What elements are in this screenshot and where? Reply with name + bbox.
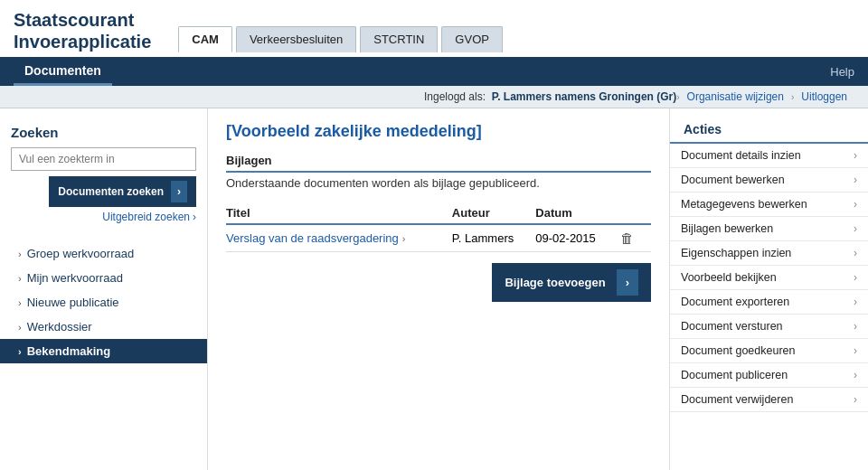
actie-arrow-6: ›	[854, 296, 857, 308]
table-row: Verslag van de raadsvergadering ›P. Lamm…	[226, 224, 651, 252]
sidebar-item-werkdossier[interactable]: ›Werkdossier	[0, 315, 207, 339]
content-area: [Voorbeeld zakelijke mededeling] Bijlage…	[208, 108, 669, 470]
actie-label-7: Document versturen	[681, 320, 783, 333]
userbar-links: › Organisatie wijzigen › Uitloggen	[676, 90, 854, 103]
actie-arrow-0: ›	[854, 149, 857, 162]
advanced-search-link[interactable]: Uitgebreid zoeken ›	[11, 211, 196, 223]
actie-item-0[interactable]: Document details inzien›	[670, 144, 868, 168]
col-datum: Datum	[535, 202, 617, 224]
actie-label-8: Document goedkeuren	[681, 344, 795, 357]
bijlage-btn-label: Bijlage toevoegen	[505, 276, 605, 289]
actie-item-10[interactable]: Document verwijderen›	[670, 388, 868, 412]
actie-item-6[interactable]: Document exporteren›	[670, 290, 868, 315]
main-layout: Zoeken Documenten zoeken › Uitgebreid zo…	[0, 108, 868, 470]
actie-label-6: Document exporteren	[681, 296, 789, 308]
actie-item-4[interactable]: Eigenschappen inzien›	[670, 241, 868, 266]
advanced-search-row: Uitgebreid zoeken ›	[11, 211, 196, 223]
col-title: Titel	[226, 202, 452, 224]
table-cell-auteur: P. Lammers	[452, 224, 535, 252]
actie-arrow-4: ›	[854, 247, 857, 259]
actie-label-5: Voorbeeld bekijken	[681, 271, 777, 284]
nav-tab-cam[interactable]: CAM	[178, 26, 232, 52]
delete-attachment-button[interactable]: 🗑	[617, 230, 637, 246]
nav-tab-stcrtin[interactable]: STCRTIN	[360, 26, 438, 52]
actie-item-1[interactable]: Document bewerken›	[670, 168, 868, 193]
sidebar-nav: ›Groep werkvoorraad›Mijn werkvoorraad›Ni…	[0, 241, 207, 363]
add-bijlage-row: Bijlage toevoegen ›	[226, 263, 651, 302]
search-button[interactable]: Documenten zoeken ›	[49, 176, 196, 207]
logged-in-user: P. Lammers namens Groningen (Gr)	[492, 90, 677, 103]
sidebar-label-nieuwe: Nieuwe publicatie	[27, 296, 119, 309]
col-actions	[617, 202, 651, 224]
adv-search-arrow: ›	[193, 211, 196, 223]
sidebar-label-bekendmaking: Bekendmaking	[27, 344, 110, 358]
acties-list: Document details inzien›Document bewerke…	[670, 144, 868, 412]
nav-tab-gvop[interactable]: GVOP	[441, 26, 503, 52]
actie-label-4: Eigenschappen inzien	[681, 247, 791, 259]
actie-item-3[interactable]: Bijlagen bewerken›	[670, 217, 868, 241]
acties-panel: Acties Document details inzien›Document …	[669, 108, 868, 470]
sidebar-arrow-bekendmaking: ›	[18, 346, 22, 357]
nav-tab-verkeerbesluiten[interactable]: Verkeersbesluiten	[236, 26, 356, 52]
actie-label-0: Document details inzien	[681, 149, 801, 162]
adv-search-label: Uitgebreid zoeken	[102, 211, 190, 223]
page-title: [Voorbeeld zakelijke mededeling]	[226, 122, 651, 141]
actie-arrow-8: ›	[854, 344, 857, 357]
sidebar-item-mijn[interactable]: ›Mijn werkvoorraad	[0, 266, 207, 290]
search-button-label: Documenten zoeken	[58, 185, 164, 198]
sidebar-arrow-nieuwe: ›	[18, 297, 22, 308]
sidebar-item-nieuwe[interactable]: ›Nieuwe publicatie	[0, 290, 207, 315]
search-arrow-icon: ›	[171, 181, 187, 202]
sidebar-label-mijn: Mijn werkvoorraad	[27, 271, 123, 285]
bijlagen-label: Bijlagen	[226, 154, 651, 173]
sidebar-arrow-werkdossier: ›	[18, 322, 22, 333]
uitloggen-link[interactable]: Uitloggen	[794, 90, 854, 103]
bijlagen-desc: Onderstaande documenten worden als bijla…	[226, 176, 651, 190]
actie-label-3: Bijlagen bewerken	[681, 222, 773, 235]
sidebar-arrow-groep: ›	[18, 249, 22, 259]
topbar-help[interactable]: Help	[830, 65, 854, 79]
topbar: Documenten Help	[0, 57, 868, 86]
sidebar: Zoeken Documenten zoeken › Uitgebreid zo…	[0, 108, 208, 470]
documenten-tab[interactable]: Documenten	[14, 57, 112, 86]
app-logo: Staatscourant Invoerapplicatie	[14, 9, 151, 52]
actie-item-7[interactable]: Document versturen›	[670, 315, 868, 339]
actie-arrow-7: ›	[854, 320, 857, 333]
search-section: Zoeken Documenten zoeken › Uitgebreid zo…	[0, 118, 207, 234]
nav-tabs: CAMVerkeersbesluitenSTCRTINGVOP	[178, 26, 503, 52]
table-header-row: Titel Auteur Datum	[226, 202, 651, 224]
actie-arrow-1: ›	[854, 174, 857, 186]
sidebar-item-bekendmaking[interactable]: ›Bekendmaking	[0, 339, 207, 363]
doc-link-0[interactable]: Verslag van de raadsvergadering ›	[226, 231, 445, 245]
table-cell-delete: 🗑	[617, 224, 651, 252]
userbar-text: Ingelogd als: P. Lammers namens Groninge…	[424, 90, 676, 103]
organisatie-wijzigen-link[interactable]: Organisatie wijzigen	[680, 90, 791, 103]
actie-arrow-5: ›	[854, 271, 857, 284]
search-label: Zoeken	[11, 125, 196, 140]
search-input[interactable]	[11, 147, 196, 171]
actie-arrow-2: ›	[854, 198, 857, 211]
actie-arrow-3: ›	[854, 222, 857, 235]
actie-item-5[interactable]: Voorbeeld bekijken›	[670, 266, 868, 290]
bijlage-toevoegen-button[interactable]: Bijlage toevoegen ›	[492, 263, 651, 302]
acties-title: Acties	[670, 122, 868, 144]
actie-label-1: Document bewerken	[681, 174, 785, 186]
bijlage-btn-arrow-icon: ›	[617, 269, 638, 296]
actie-item-2[interactable]: Metagegevens bewerken›	[670, 193, 868, 217]
sidebar-label-werkdossier: Werkdossier	[27, 320, 92, 334]
actie-arrow-9: ›	[854, 369, 857, 381]
sidebar-arrow-mijn: ›	[18, 273, 22, 284]
actie-arrow-10: ›	[854, 393, 857, 406]
sidebar-label-groep: Groep werkvoorraad	[27, 247, 135, 260]
search-button-row: Documenten zoeken ›	[11, 176, 196, 207]
actie-label-10: Document verwijderen	[681, 393, 793, 406]
userbar: Ingelogd als: P. Lammers namens Groninge…	[0, 86, 868, 108]
actie-item-8[interactable]: Document goedkeuren›	[670, 339, 868, 363]
actie-label-2: Metagegevens bewerken	[681, 198, 807, 211]
sidebar-item-groep[interactable]: ›Groep werkvoorraad	[0, 241, 207, 266]
actie-label-9: Document publiceren	[681, 369, 788, 381]
attachments-tbody: Verslag van de raadsvergadering ›P. Lamm…	[226, 224, 651, 252]
actie-item-9[interactable]: Document publiceren›	[670, 363, 868, 388]
table-cell-datum: 09-02-2015	[535, 224, 617, 252]
doc-link-arrow-0: ›	[402, 233, 406, 244]
